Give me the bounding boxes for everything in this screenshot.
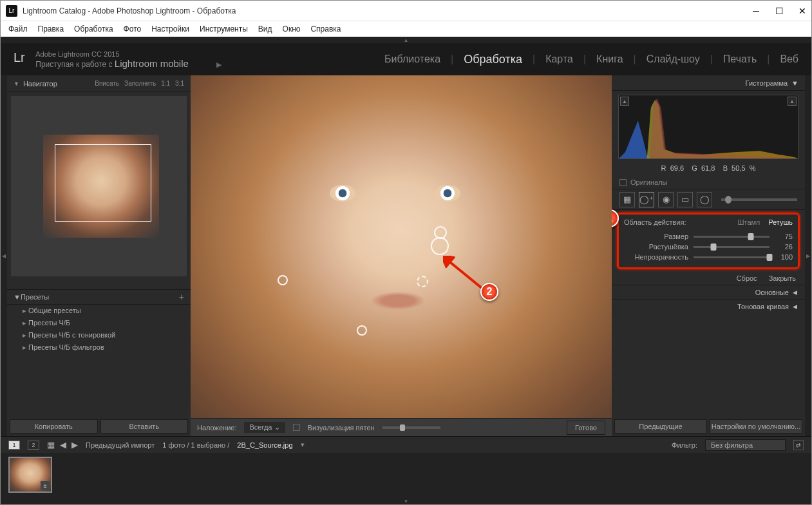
opacity-slider[interactable]: [694, 256, 770, 258]
preset-folder[interactable]: Пресеты Ч/Б: [7, 317, 191, 329]
histogram[interactable]: ▲ ▲: [618, 95, 798, 159]
nav-fill[interactable]: Заполнить: [124, 80, 156, 87]
overlay-dropdown[interactable]: Всегда ⌄: [244, 422, 285, 433]
basic-panel-header[interactable]: Основные◀: [612, 285, 805, 299]
defaults-button[interactable]: Настройки по умолчанию...: [710, 419, 802, 434]
module-book[interactable]: Книга: [596, 53, 623, 65]
preset-folder[interactable]: Пресеты Ч/Б с тонировкой: [7, 329, 191, 341]
window-title: Lightroom Catalog - Adobe Photoshop Ligh…: [23, 6, 752, 15]
module-slideshow[interactable]: Слайд-шоу: [647, 53, 700, 65]
preset-folder[interactable]: Общие пресеты: [7, 305, 191, 317]
histogram-header[interactable]: Гистограмма▼: [612, 75, 805, 91]
menu-view[interactable]: Вид: [258, 24, 272, 33]
crop-tool-icon[interactable]: ▦: [619, 192, 635, 207]
maximize-button[interactable]: ☐: [775, 7, 783, 15]
close-panel-button[interactable]: Закрыть: [769, 274, 796, 282]
presets-title: Пресеты: [21, 293, 49, 301]
menu-file[interactable]: Файл: [8, 24, 28, 33]
bottom-panel-collapse[interactable]: [1, 498, 811, 504]
left-panel: ▼ Навигатор Вписать Заполнить 1:1 3:1 ▼: [7, 75, 191, 436]
navigator-crop-box[interactable]: [55, 144, 151, 222]
redeye-tool-icon[interactable]: ◉: [658, 192, 674, 207]
size-value[interactable]: 75: [773, 233, 793, 240]
nav-1-1[interactable]: 1:1: [161, 80, 170, 87]
navigator-header[interactable]: ▼ Навигатор Вписать Заполнить 1:1 3:1: [7, 75, 191, 92]
module-map[interactable]: Карта: [545, 53, 573, 65]
module-develop[interactable]: Обработка: [464, 53, 522, 66]
menu-edit[interactable]: Правка: [38, 24, 64, 33]
done-button[interactable]: Готово: [567, 421, 605, 435]
mode-stamp[interactable]: Штамп: [737, 218, 760, 226]
mode-heal[interactable]: Ретушь: [768, 218, 793, 226]
originals-label: Оригиналы: [630, 178, 668, 186]
menu-photo[interactable]: Фото: [124, 24, 142, 33]
navigator-title: Навигатор: [23, 80, 57, 88]
size-label: Размер: [624, 233, 688, 240]
right-panel-collapse[interactable]: [805, 75, 811, 436]
minimize-button[interactable]: ─: [752, 7, 760, 15]
add-preset-button[interactable]: +: [179, 292, 184, 302]
highlight-clip-icon[interactable]: ▲: [788, 97, 797, 106]
presets-header[interactable]: ▼ Пресеты +: [7, 289, 191, 305]
filmstrip-toolbar: 1 2 ▦ ◀ ▶ Предыдущий импорт 1 фото / 1 в…: [1, 436, 811, 453]
navigator-preview[interactable]: [11, 96, 187, 276]
left-panel-collapse[interactable]: [1, 75, 7, 436]
filter-dropdown[interactable]: Без фильтра: [705, 439, 786, 451]
module-web[interactable]: Веб: [780, 53, 798, 65]
module-library[interactable]: Библиотека: [384, 53, 440, 65]
secondary-display[interactable]: 2: [28, 441, 39, 450]
close-button[interactable]: ✕: [798, 7, 806, 15]
next-photo-icon[interactable]: ▶: [71, 440, 78, 450]
feather-slider[interactable]: [694, 246, 770, 248]
tool-slider[interactable]: [721, 198, 797, 201]
spot-viz-checkbox[interactable]: [293, 424, 300, 431]
nav-fit[interactable]: Вписать: [95, 80, 119, 87]
menu-help[interactable]: Справка: [310, 24, 341, 33]
overlay-label: Наложение:: [197, 424, 236, 432]
feather-value[interactable]: 26: [773, 243, 793, 251]
source-label[interactable]: Предыдущий импорт: [86, 441, 155, 449]
image-viewport: 2 Наложение: Всегда ⌄ Визуализация пятен…: [191, 75, 612, 436]
spot-removal-tool-icon[interactable]: ◯⁺: [639, 192, 654, 207]
nav-3-1[interactable]: 3:1: [175, 80, 184, 87]
filter-label: Фильтр:: [672, 441, 697, 449]
lr-logo: Lr: [14, 50, 25, 65]
filmstrip-thumb[interactable]: ±: [8, 457, 52, 493]
opacity-value[interactable]: 100: [773, 253, 793, 261]
module-print[interactable]: Печать: [723, 53, 757, 65]
menu-settings[interactable]: Настройки: [151, 24, 189, 33]
spot-viz-slider[interactable]: [382, 426, 440, 429]
size-slider-row: Размер 75: [624, 233, 793, 240]
grid-icon[interactable]: ▦: [47, 440, 55, 450]
shadow-clip-icon[interactable]: ▲: [620, 97, 629, 106]
mobile-link[interactable]: Lightroom mobile: [115, 58, 189, 69]
menu-tools[interactable]: Инструменты: [200, 24, 248, 33]
histogram-title: Гистограмма: [746, 79, 788, 87]
app-window: Lr Lightroom Catalog - Adobe Photoshop L…: [0, 0, 812, 505]
menu-window[interactable]: Окно: [283, 24, 301, 33]
copy-button[interactable]: Копировать: [10, 419, 98, 434]
size-slider[interactable]: [694, 236, 770, 238]
feather-slider-row: Растушёвка 26: [624, 243, 793, 251]
menu-develop[interactable]: Обработка: [74, 24, 113, 33]
primary-display[interactable]: 1: [8, 441, 20, 450]
reset-button[interactable]: Сброс: [737, 274, 757, 282]
image-canvas[interactable]: 2: [191, 75, 612, 418]
play-icon[interactable]: ▶: [216, 61, 222, 68]
preset-folder[interactable]: Пресеты Ч/Б фильтров: [7, 341, 191, 354]
filename[interactable]: 2B_C_Source.jpg: [237, 441, 292, 449]
healing-spot[interactable]: [278, 275, 288, 285]
healing-spot[interactable]: [431, 237, 449, 255]
top-panel-collapse[interactable]: [1, 37, 811, 43]
tone-curve-panel-header[interactable]: Тоновая кривая◀: [612, 299, 805, 313]
previous-button[interactable]: Предыдущие: [614, 419, 707, 434]
originals-checkbox[interactable]: [619, 179, 627, 186]
graduated-filter-icon[interactable]: ▭: [677, 192, 693, 207]
paste-button[interactable]: Вставить: [100, 419, 189, 434]
healing-spot[interactable]: [357, 325, 367, 336]
radial-filter-icon[interactable]: ◯: [697, 192, 712, 207]
filter-lock-icon[interactable]: ⇄: [793, 440, 804, 450]
portrait-eye: [330, 185, 355, 202]
originals-row[interactable]: Оригиналы: [612, 176, 805, 189]
prev-photo-icon[interactable]: ◀: [60, 440, 66, 450]
